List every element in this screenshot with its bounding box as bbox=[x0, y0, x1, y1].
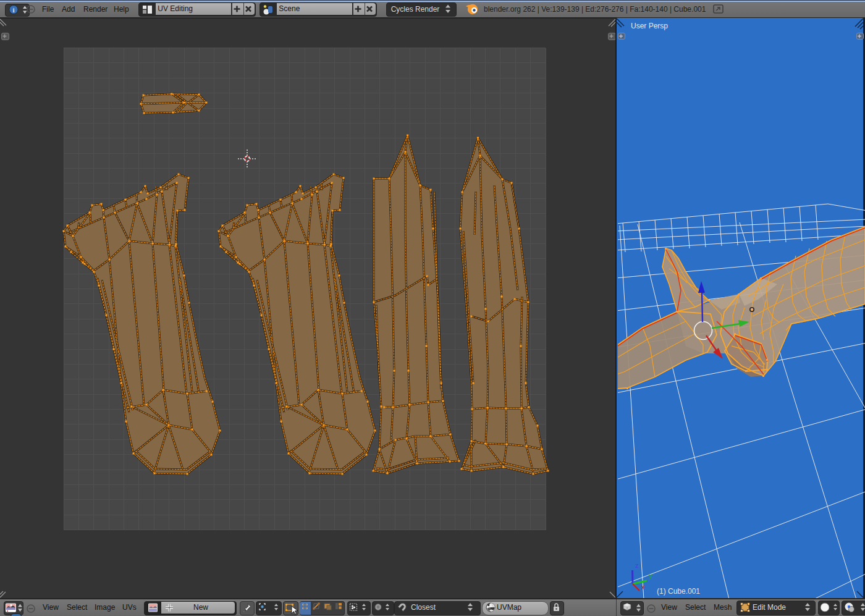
svg-text:i: i bbox=[12, 6, 14, 14]
svg-text:z: z bbox=[635, 562, 639, 569]
svg-text:y: y bbox=[649, 572, 652, 580]
svg-text:x: x bbox=[641, 583, 645, 591]
